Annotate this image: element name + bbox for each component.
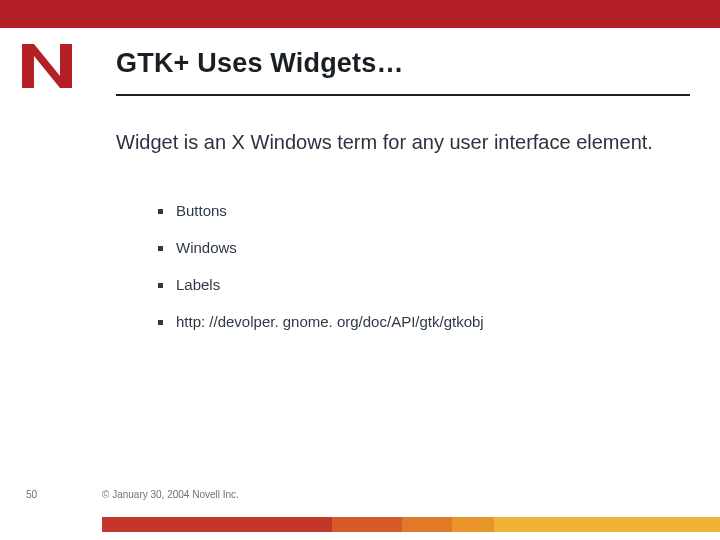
title-underline bbox=[116, 94, 690, 96]
footer-segment bbox=[494, 517, 720, 532]
footer-segment bbox=[452, 517, 494, 532]
footer-segment bbox=[402, 517, 452, 532]
list-item: Buttons bbox=[158, 202, 660, 219]
bullet-list: Buttons Windows Labels http: //devolper.… bbox=[158, 202, 660, 350]
footer-color-bar bbox=[102, 517, 720, 532]
top-brand-band bbox=[0, 0, 720, 28]
list-item: http: //devolper. gnome. org/doc/API/gtk… bbox=[158, 313, 660, 330]
list-item: Labels bbox=[158, 276, 660, 293]
novell-logo bbox=[20, 42, 74, 90]
footer-segment bbox=[102, 517, 332, 532]
list-item: Windows bbox=[158, 239, 660, 256]
slide-title: GTK+ Uses Widgets… bbox=[116, 48, 404, 79]
page-number: 50 bbox=[26, 489, 37, 500]
slide-lead-text: Widget is an X Windows term for any user… bbox=[116, 130, 660, 155]
footer-segment bbox=[332, 517, 402, 532]
copyright-text: © January 30, 2004 Novell Inc. bbox=[102, 489, 239, 500]
